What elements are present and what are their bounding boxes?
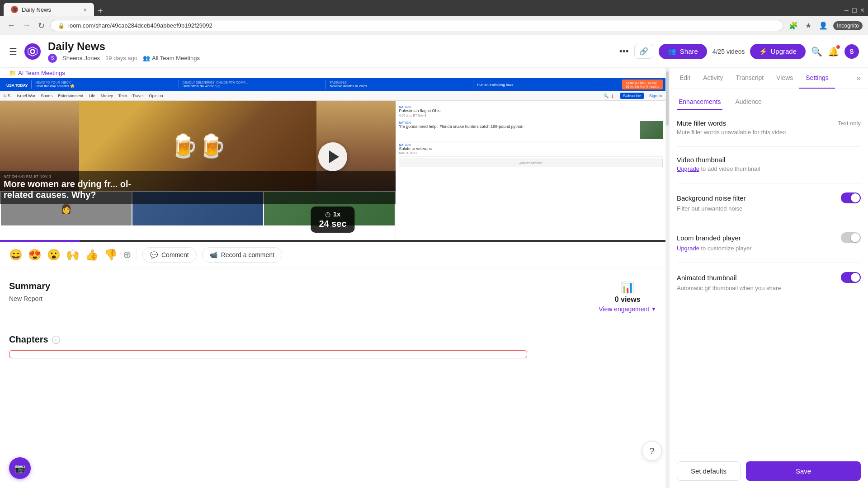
speed-overlay[interactable]: ◷ 1x 24 sec: [311, 206, 354, 233]
chapters-info-icon[interactable]: i: [52, 336, 60, 344]
forward-button[interactable]: →: [21, 19, 33, 32]
extensions-button[interactable]: 🧩: [787, 19, 800, 32]
help-button[interactable]: ?: [642, 441, 662, 461]
loom-branded-toggle[interactable]: [841, 232, 861, 243]
reactions-bar: 😄 😍 😮 🙌 👍 👎 ⊕ 💬 Comment 📹 Record a comme…: [0, 242, 665, 268]
play-button-overlay[interactable]: [318, 142, 347, 171]
tab-transcript[interactable]: Transcript: [729, 68, 770, 89]
settings-animated-thumbnail: Animated thumbnail Automatic gif thumbna…: [677, 272, 861, 291]
lock-icon: 🔒: [58, 23, 65, 29]
record-label: Record a comment: [221, 251, 274, 258]
tab-title: Daily News: [22, 6, 51, 13]
hamburger-menu[interactable]: ☰: [9, 46, 17, 57]
upgrade-button[interactable]: ⚡ Upgrade: [750, 44, 806, 59]
usa-news-3-label: PASSAGES: [330, 81, 469, 84]
usa-nav-opinion: Opinion: [149, 94, 163, 98]
engagement-chart-icon: 📊: [621, 281, 634, 294]
usa-nav-tech: Tech: [118, 94, 127, 98]
emoji-thumbsup[interactable]: 👍: [85, 249, 99, 261]
maximize-button[interactable]: □: [852, 6, 857, 14]
window-controls: – □ ×: [844, 6, 864, 16]
header-actions: ••• 🔗 👥 Share 4/25 videos ⚡ Upgrade 🔍 🔔 …: [619, 44, 859, 59]
close-window-button[interactable]: ×: [860, 6, 864, 14]
copy-link-button[interactable]: 🔗: [634, 44, 653, 59]
comment-button[interactable]: 💬 Comment: [142, 247, 197, 263]
browser-tab-active[interactable]: 🎥 Daily News ×: [4, 3, 94, 16]
scroll-thumb[interactable]: [666, 71, 669, 126]
emoji-wow[interactable]: 😮: [47, 249, 61, 261]
summary-left: Summary New Report: [9, 281, 50, 302]
settings-divider-1: [677, 146, 861, 147]
animated-thumbnail-header: Animated thumbnail: [677, 272, 861, 283]
loom-camera-button[interactable]: 📷: [9, 457, 31, 479]
usa-news-4: Human trafficking laws: [473, 82, 621, 88]
bookmark-button[interactable]: ★: [803, 19, 813, 32]
tab-close-button[interactable]: ×: [83, 6, 87, 13]
emoji-love[interactable]: 😍: [28, 249, 42, 261]
more-options-button[interactable]: •••: [619, 46, 629, 56]
add-reaction-button[interactable]: ⊕: [123, 249, 131, 261]
tab-settings[interactable]: Settings: [799, 68, 835, 89]
notification-bell[interactable]: 🔔: [828, 46, 839, 57]
save-button[interactable]: Save: [746, 461, 861, 481]
search-button[interactable]: 🔍: [811, 46, 822, 57]
loom-branded-upgrade-link[interactable]: Upgrade: [677, 245, 699, 252]
panel-tabs: Edit Activity Transcript Views Settings …: [670, 68, 868, 89]
video-progress-fill: [0, 240, 80, 242]
share-button[interactable]: 👥 Share: [659, 44, 707, 59]
loom-branded-header: Loom branded player: [677, 232, 861, 243]
video-progress-bar: [0, 240, 665, 242]
record-comment-button[interactable]: 📹 Record a comment: [202, 247, 282, 263]
profile-button[interactable]: 👤: [817, 19, 830, 32]
notification-dot: [836, 45, 840, 49]
upgrade-label: Upgrade: [770, 47, 797, 55]
play-circle[interactable]: [318, 142, 347, 171]
chapter-input[interactable]: [9, 350, 527, 358]
animated-thumbnail-toggle[interactable]: [841, 272, 861, 283]
settings-video-thumbnail: Video thumbnail Upgrade to add video thu…: [677, 156, 861, 172]
story-1-title: Palestinian flag in Ohio: [399, 108, 663, 114]
video-thumbnail-header: Video thumbnail: [677, 156, 861, 164]
sub-tab-enhancements[interactable]: Enhancements: [677, 94, 722, 110]
sub-tab-audience[interactable]: Audience: [733, 94, 763, 110]
scroll-indicator: [665, 68, 669, 488]
refresh-button[interactable]: ↻: [36, 19, 47, 33]
background-noise-toggle[interactable]: [841, 192, 861, 203]
chapters-title: Chapters: [9, 334, 48, 345]
browser-window: 🎥 Daily News × + – □ × ← → ↻ 🔒 loom.com/…: [0, 0, 868, 35]
address-bar[interactable]: 🔒 loom.com/share/49cab284dceb409abbeef9b…: [50, 20, 783, 31]
usa-nav-israel: Israel War: [17, 94, 36, 98]
thumbnail-upgrade-link[interactable]: Upgrade: [677, 165, 699, 172]
story-2-text: NATION 'I'm gonna need help': Florida sn…: [399, 121, 638, 139]
comment-icon: 💬: [150, 251, 158, 258]
user-avatar[interactable]: S: [844, 44, 859, 59]
tab-activity[interactable]: Activity: [697, 68, 729, 89]
emoji-clap[interactable]: 🙌: [66, 249, 80, 261]
story-3: NATION Salute to veterans Nov. 3, 2023: [399, 141, 663, 157]
story-2-title: 'I'm gonna need help': Florida snake hun…: [399, 124, 638, 130]
team-link[interactable]: 👥 All Team Meetings: [143, 55, 200, 61]
tab-edit[interactable]: Edit: [673, 68, 697, 89]
loom-branded-toggle-thumb: [851, 233, 860, 242]
app-container: ☰ Daily News S Sheena Jones 19 days ago …: [0, 35, 868, 488]
browser-toolbar: ← → ↻ 🔒 loom.com/share/49cab284dceb409ab…: [0, 16, 868, 35]
usa-featured-nation: NATION 4:41 p.m. ET Nov. 3: [4, 174, 392, 178]
view-engagement-button[interactable]: View engagement ▼: [599, 305, 656, 313]
emoji-thumbsdown[interactable]: 👎: [104, 249, 118, 261]
new-tab-button[interactable]: +: [94, 6, 107, 16]
record-icon: 📹: [210, 251, 217, 258]
story-2-thumb: [640, 121, 663, 139]
summary-title: Summary: [9, 281, 50, 291]
tab-views[interactable]: Views: [770, 68, 799, 89]
back-button[interactable]: ←: [5, 19, 17, 32]
story-1-time: 4:50 p.m. ET Nov 3: [399, 114, 663, 117]
usa-nav-money: Money: [101, 94, 113, 98]
folder-crumb-text[interactable]: AI Team Meetings: [18, 70, 65, 76]
usa-nav-life: Life: [89, 94, 95, 98]
panel-tab-more[interactable]: »: [853, 68, 864, 89]
set-defaults-button[interactable]: Set defaults: [677, 461, 741, 481]
minimize-button[interactable]: –: [844, 6, 849, 14]
video-thumbnail-title: Video thumbnail: [677, 156, 725, 164]
emoji-laugh[interactable]: 😄: [9, 249, 23, 261]
chevron-down-icon: ▼: [651, 306, 656, 312]
